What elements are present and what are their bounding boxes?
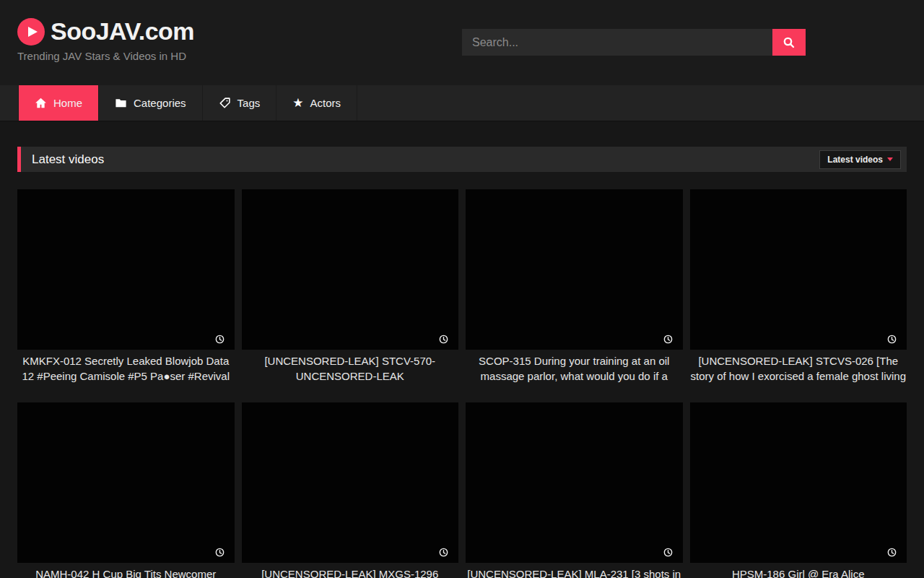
video-thumbnail[interactable]	[242, 189, 459, 350]
site-logo-text: SooJAV.com	[51, 17, 194, 46]
section-title: Latest videos	[32, 152, 104, 167]
video-card[interactable]: [UNCENSORED-LEAK] MLA-231 [3 shots in	[466, 402, 683, 578]
clock-icon	[215, 548, 225, 557]
video-title[interactable]: [UNCENSORED-LEAK] MLA-231 [3 shots in	[466, 563, 683, 578]
folder-icon	[115, 97, 127, 109]
star-icon: ★	[292, 97, 303, 109]
clock-icon	[887, 548, 897, 557]
search-icon	[783, 36, 796, 49]
video-card[interactable]: KMKFX-012 Secretly Leaked Blowjob Data 1…	[17, 189, 235, 384]
sort-dropdown[interactable]: Latest videos	[819, 150, 901, 169]
clock-icon	[215, 335, 225, 344]
video-card[interactable]: NAMH-042 H Cup Big Tits Newcomer (170cm …	[17, 402, 235, 578]
nav-item-label: Tags	[237, 97, 261, 109]
video-title[interactable]: HPSM-186 Girl @ Era Alice	[690, 563, 907, 578]
video-card[interactable]: [UNCENSORED-LEAK] MXGS-1296 Absolutely	[242, 402, 459, 578]
site-tagline: Trending JAV Stars & Videos in HD	[17, 50, 194, 62]
video-thumbnail[interactable]	[690, 402, 907, 563]
clock-icon	[663, 548, 673, 557]
video-thumbnail[interactable]	[466, 189, 683, 350]
play-icon	[17, 18, 45, 46]
video-card[interactable]: SCOP-315 During your training at an oil …	[466, 189, 683, 384]
clock-icon	[439, 335, 448, 344]
search-form	[462, 29, 806, 56]
video-card[interactable]: [UNCENSORED-LEAK] STCV-570-UNCENSORED-LE…	[242, 189, 459, 384]
video-thumbnail[interactable]	[690, 189, 907, 350]
nav-item-actors[interactable]: ★ Actors	[276, 85, 357, 121]
clock-icon	[439, 548, 448, 557]
nav-item-categories[interactable]: Categories	[99, 85, 203, 121]
video-grid: KMKFX-012 Secretly Leaked Blowjob Data 1…	[0, 189, 924, 578]
main-nav: Home Categories Tags ★ Actors	[0, 85, 924, 121]
video-title[interactable]: SCOP-315 During your training at an oil …	[466, 350, 683, 384]
video-thumbnail[interactable]	[17, 189, 235, 350]
site-header: SooJAV.com Trending JAV Stars & Videos i…	[0, 0, 924, 85]
nav-item-tags[interactable]: Tags	[203, 85, 277, 121]
nav-item-label: Home	[53, 97, 82, 109]
clock-icon	[887, 335, 897, 344]
video-title[interactable]: [UNCENSORED-LEAK] MXGS-1296 Absolutely	[242, 563, 459, 578]
nav-item-label: Categories	[134, 97, 186, 109]
caret-down-icon	[887, 158, 893, 161]
clock-icon	[663, 335, 673, 344]
video-title[interactable]: KMKFX-012 Secretly Leaked Blowjob Data 1…	[17, 350, 235, 384]
video-thumbnail[interactable]	[17, 402, 235, 563]
logo-link[interactable]: SooJAV.com	[17, 17, 194, 46]
section-header: Latest videos Latest videos	[17, 147, 907, 172]
sort-dropdown-label: Latest videos	[827, 155, 883, 165]
nav-item-home[interactable]: Home	[18, 85, 99, 121]
search-input[interactable]	[462, 29, 772, 56]
video-title[interactable]: NAMH-042 H Cup Big Tits Newcomer (170cm …	[17, 563, 235, 578]
home-icon	[35, 97, 47, 109]
video-thumbnail[interactable]	[466, 402, 683, 563]
video-card[interactable]: [UNCENSORED-LEAK] STCVS-026 [The story o…	[690, 189, 907, 384]
tag-icon	[219, 97, 231, 109]
video-thumbnail[interactable]	[242, 402, 459, 563]
nav-item-label: Actors	[310, 97, 341, 109]
brand-block: SooJAV.com Trending JAV Stars & Videos i…	[17, 17, 194, 62]
video-title[interactable]: [UNCENSORED-LEAK] STCV-570-UNCENSORED-LE…	[242, 350, 459, 384]
video-title[interactable]: [UNCENSORED-LEAK] STCVS-026 [The story o…	[690, 350, 907, 384]
video-card[interactable]: HPSM-186 Girl @ Era Alice	[690, 402, 907, 578]
search-button[interactable]	[772, 29, 806, 56]
